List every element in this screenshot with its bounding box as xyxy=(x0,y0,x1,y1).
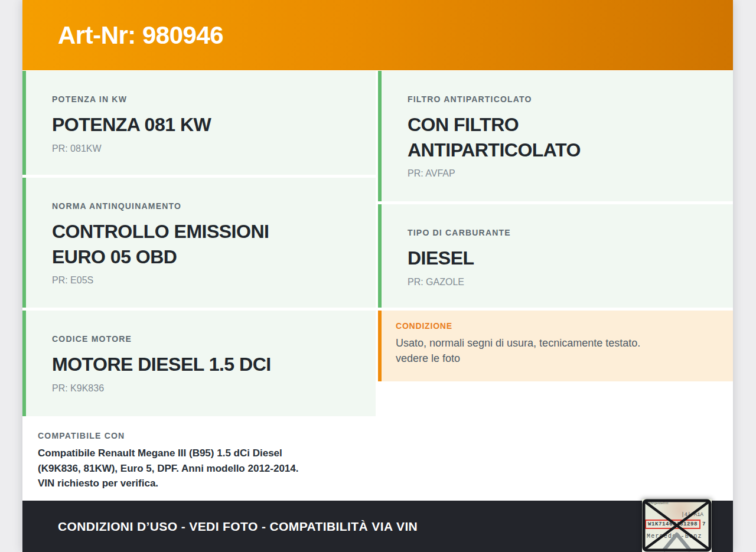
spec-card-label: NORMA ANTINQUINAMENTO xyxy=(52,201,358,211)
spec-card-codice-motore: CODICE MOTORE MOTORE DIESEL 1.5 DCI PR: … xyxy=(22,311,376,416)
article-number-title: Art-Nr: 980946 xyxy=(58,21,223,50)
footer-bar: CONDIZIONI D’USO - VEDI FOTO - COMPATIBI… xyxy=(22,501,733,552)
condition-card: CONDIZIONE Usato, normali segni di usura… xyxy=(378,311,733,381)
spec-card-pr-code: PR: GAZOLE xyxy=(408,277,715,288)
spec-card-title: MOTORE DIESEL 1.5 DCI xyxy=(52,352,358,377)
spec-card-label: CODICE MOTORE xyxy=(52,334,358,344)
spec-card-pr-code: PR: K9K836 xyxy=(52,383,358,394)
spec-card-title: DIESEL xyxy=(408,246,715,271)
spec-card-pr-code: PR: E05S xyxy=(52,275,358,286)
spec-card-potenza: POTENZA IN KW POTENZA 081 KW PR: 081KW xyxy=(22,71,376,175)
footer-text: CONDIZIONI D’USO - VEDI FOTO - COMPATIBI… xyxy=(58,520,418,534)
spec-card-filtro: FILTRO ANTIPARTICOLATO CON FILTRO ANTIPA… xyxy=(378,71,733,201)
condition-card-text: Usato, normali segni di usura, tecnicame… xyxy=(396,335,715,366)
spec-card-pr-code: PR: AVFAP xyxy=(408,168,715,179)
spec-grid: POTENZA IN KW POTENZA 081 KW PR: 081KW N… xyxy=(22,71,733,499)
content-panel: Art-Nr: 980946 POTENZA IN KW POTENZA 081… xyxy=(22,0,733,552)
spec-card-norma: NORMA ANTINQUINAMENTO CONTROLLO EMISSION… xyxy=(22,178,376,308)
spec-card-pr-code: PR: 081KW xyxy=(52,143,358,154)
spec-card-title: CONTROLLO EMISSIONI EURO 05 OBD xyxy=(52,219,358,269)
header-bar: Art-Nr: 980946 xyxy=(22,0,733,70)
compatibility-card-text: Compatibile Renault Megane III (B95) 1.5… xyxy=(38,446,358,491)
spec-card-title: POTENZA 081 KW xyxy=(52,112,358,138)
left-column: POTENZA IN KW POTENZA 081 KW PR: 081KW N… xyxy=(22,71,376,499)
spec-card-label: TIPO DI CARBURANTE xyxy=(408,228,715,237)
spec-card-label: POTENZA IN KW xyxy=(52,94,358,104)
spec-card-label: FILTRO ANTIPARTICOLATO xyxy=(408,94,715,104)
compatibility-card: COMPATIBILE CON Compatibile Renault Mega… xyxy=(22,419,376,499)
right-column: FILTRO ANTIPARTICOLATO CON FILTRO ANTIPA… xyxy=(378,71,733,499)
spec-card-title: CON FILTRO ANTIPARTICOLATO xyxy=(408,112,715,162)
condition-card-label: CONDIZIONE xyxy=(396,321,715,331)
envelope-icon xyxy=(642,499,712,552)
compatibility-card-label: COMPATIBILE CON xyxy=(38,431,358,440)
spec-card-carburante: TIPO DI CARBURANTE DIESEL PR: GAZOLE xyxy=(378,204,733,308)
registration-document-thumbnail[interactable]: Fahrgestellnr. |4| AiA W1K71463J31298 7 … xyxy=(642,499,712,552)
